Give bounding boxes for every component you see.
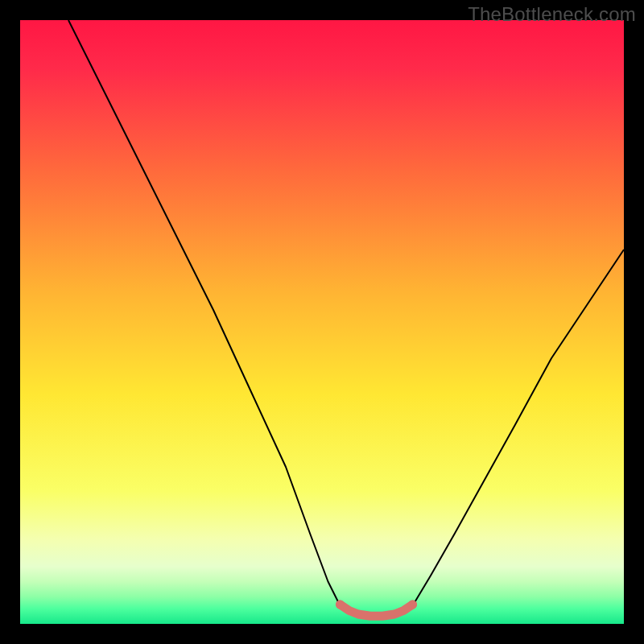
plot-area <box>20 20 624 624</box>
series-right-curve <box>413 250 625 606</box>
series-bottom-marker-band <box>341 605 413 616</box>
svg-point-1 <box>336 601 345 609</box>
series-left-curve <box>68 20 341 606</box>
curves-layer <box>20 20 624 624</box>
chart-frame: TheBottleneck.com <box>0 0 644 644</box>
watermark-text: TheBottleneck.com <box>468 3 636 26</box>
svg-point-2 <box>408 601 417 609</box>
